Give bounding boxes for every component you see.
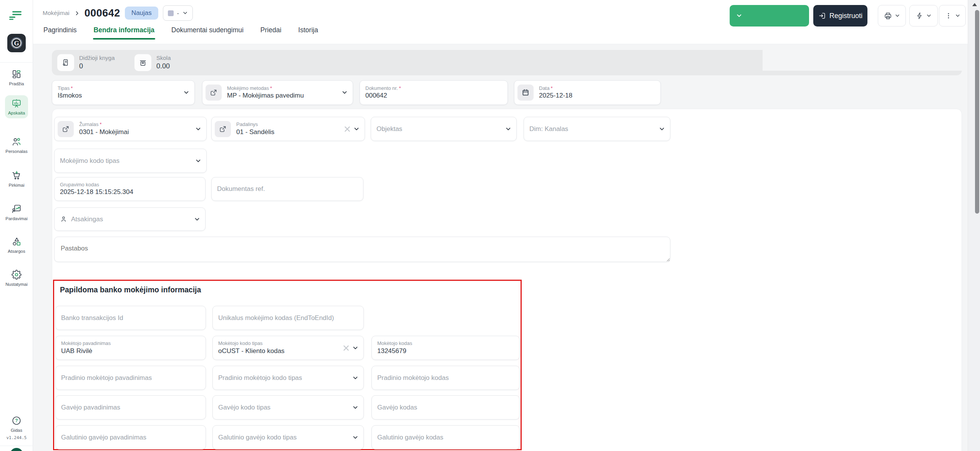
quick-actions-button[interactable] — [909, 5, 938, 27]
field-label: Padalinys — [236, 122, 258, 128]
accounting-board-icon — [12, 98, 22, 108]
dokumento-nr-input[interactable] — [365, 92, 502, 99]
pradinio-kodas-field[interactable] — [371, 366, 520, 390]
sidebar-item-pirkimai[interactable]: Pirkimai — [5, 167, 28, 191]
chat-bubble-button[interactable] — [10, 448, 23, 451]
unikalus-kodas-field[interactable] — [212, 306, 364, 330]
mokejimo-metodas-field[interactable]: Mokėjimo metodas — [202, 80, 353, 105]
gavejo-pavadinimas-field[interactable] — [55, 395, 206, 419]
save-button[interactable]: Išsaugoti — [730, 5, 809, 27]
external-link-icon[interactable] — [206, 85, 222, 101]
tab-dokumentai-sudengimui[interactable]: Dokumentai sudengimui — [171, 24, 244, 40]
moketojo-kodas-field[interactable]: Mokėtojo kodas — [371, 336, 520, 360]
moketojo-pavadinimas-field[interactable]: Mokėtojo pavadinimas — [55, 336, 206, 360]
unikalus-kodas-input[interactable] — [218, 314, 358, 322]
tipas-field[interactable]: Tipas — [52, 80, 195, 105]
sidebar-item-label: Pardavimai — [5, 216, 28, 221]
dim-kanalas-field[interactable] — [524, 117, 670, 141]
scroll-up-arrow[interactable] — [972, 3, 977, 6]
data-field[interactable]: Data — [514, 80, 661, 105]
gavejo-kodas-input[interactable] — [377, 404, 514, 411]
zurnalas-input[interactable] — [79, 128, 190, 136]
dokumento-nr-field[interactable]: Dokumento nr. — [360, 80, 508, 105]
clear-icon[interactable] — [345, 126, 350, 132]
clear-icon[interactable] — [343, 345, 349, 351]
padalinys-input[interactable] — [236, 128, 339, 136]
banko-transakcijos-id-field[interactable] — [55, 306, 206, 330]
moketojo-kodo-tipas-input[interactable] — [218, 347, 338, 355]
tab-priedai[interactable]: Priedai — [260, 24, 282, 40]
debt-value: 0.00 — [156, 62, 171, 71]
bank-info-section: Papildoma banko mokėjimo informacija Mok… — [53, 280, 522, 450]
tab-pagrindinis[interactable]: Pagrindinis — [43, 24, 78, 40]
pradinio-kodo-tipas-field[interactable] — [212, 366, 364, 390]
ledger-value: 0 — [79, 62, 115, 71]
chevron-right-icon — [74, 10, 80, 16]
grupavimo-kodas-field[interactable]: Grupavimo kodas — [54, 177, 206, 201]
calendar-icon[interactable] — [517, 85, 534, 101]
sidebar-bottom-divider — [0, 446, 33, 446]
moketojo-pavadinimas-input[interactable] — [61, 347, 200, 355]
galutinio-kodo-tipas-input[interactable] — [218, 434, 347, 441]
dokumentas-ref-field[interactable] — [211, 177, 363, 201]
sidebar-item-personalas[interactable]: Personalas — [5, 134, 28, 157]
shapes-icon — [12, 237, 22, 247]
zurnalas-field[interactable]: Žurnalas — [54, 117, 207, 141]
sidebar-item-pradzia[interactable]: Pradžia — [5, 66, 28, 89]
ledger-summary: Didžioji knyga 0 — [57, 54, 115, 71]
dim-kanalas-input[interactable] — [529, 125, 653, 133]
pradinio-pavadinimas-input[interactable] — [61, 374, 200, 382]
galutinio-kodas-input[interactable] — [377, 434, 514, 441]
mokejimo-metodas-input[interactable] — [227, 92, 336, 99]
app-logo[interactable]: G — [7, 34, 26, 52]
register-button[interactable]: Registruoti — [813, 5, 867, 27]
gavejo-pavadinimas-input[interactable] — [61, 404, 200, 411]
atsakingas-field[interactable] — [54, 207, 206, 231]
mokejimo-kodo-tipas-field[interactable] — [54, 149, 207, 173]
banko-transakcijos-id-input[interactable] — [61, 314, 200, 322]
dokumentas-ref-input[interactable] — [217, 185, 358, 193]
tipas-input[interactable] — [58, 92, 178, 99]
required-marker — [270, 86, 272, 91]
archive-box-icon — [134, 54, 151, 71]
grupavimo-kodas-input[interactable] — [60, 188, 200, 196]
sidebar-item-pardavimai[interactable]: Pardavimai — [5, 201, 28, 224]
objektas-input[interactable] — [376, 125, 500, 133]
tab-istorija[interactable]: Istorija — [297, 24, 319, 40]
more-actions-button[interactable] — [939, 5, 966, 27]
galutinio-pavadinimas-input[interactable] — [61, 434, 200, 441]
gavejo-kodas-field[interactable] — [371, 395, 520, 419]
color-select[interactable]: - — [163, 5, 193, 21]
gavejo-kodo-tipas-input[interactable] — [218, 404, 347, 411]
atsakingas-input[interactable] — [71, 216, 189, 223]
external-link-icon[interactable] — [215, 121, 231, 137]
pradinio-kodas-input[interactable] — [377, 374, 514, 382]
mokejimo-kodo-tipas-input[interactable] — [60, 157, 190, 165]
pradinio-kodo-tipas-input[interactable] — [218, 374, 347, 382]
galutinio-kodo-tipas-field[interactable] — [212, 425, 364, 449]
tab-bendra-informacija[interactable]: Bendra informacija — [93, 24, 156, 40]
moketojo-kodo-tipas-field[interactable]: Mokėtojo kodo tipas — [212, 336, 364, 360]
save-options-dropdown[interactable] — [730, 5, 748, 27]
sidebar-item-gidas[interactable]: ? Gidas — [5, 413, 28, 436]
pastabos-textarea[interactable] — [54, 237, 670, 262]
chevron-down-icon — [194, 216, 200, 222]
galutinio-pavadinimas-field[interactable] — [55, 425, 206, 449]
print-button[interactable] — [878, 5, 906, 27]
menu-toggle-button[interactable] — [8, 10, 25, 23]
gavejo-kodo-tipas-field[interactable] — [212, 395, 364, 419]
sidebar-item-label: Atsargos — [8, 249, 25, 254]
pradinio-pavadinimas-field[interactable] — [55, 366, 206, 390]
galutinio-kodas-field[interactable] — [371, 425, 520, 449]
svg-text:?: ? — [15, 418, 18, 423]
data-input[interactable] — [539, 92, 655, 99]
sidebar-item-atsargos[interactable]: Atsargos — [5, 234, 28, 257]
padalinys-field[interactable]: Padalinys — [211, 117, 365, 141]
scrollbar-thumb[interactable] — [975, 10, 979, 214]
breadcrumb-parent-link[interactable]: Mokėjimai — [43, 10, 70, 17]
moketojo-kodas-input[interactable] — [377, 347, 514, 355]
objektas-field[interactable] — [371, 117, 517, 141]
sidebar-item-apskaita[interactable]: Apskaita — [5, 95, 28, 118]
external-link-icon[interactable] — [58, 121, 74, 137]
sidebar-item-nustatymai[interactable]: Nustatymai — [5, 267, 28, 290]
